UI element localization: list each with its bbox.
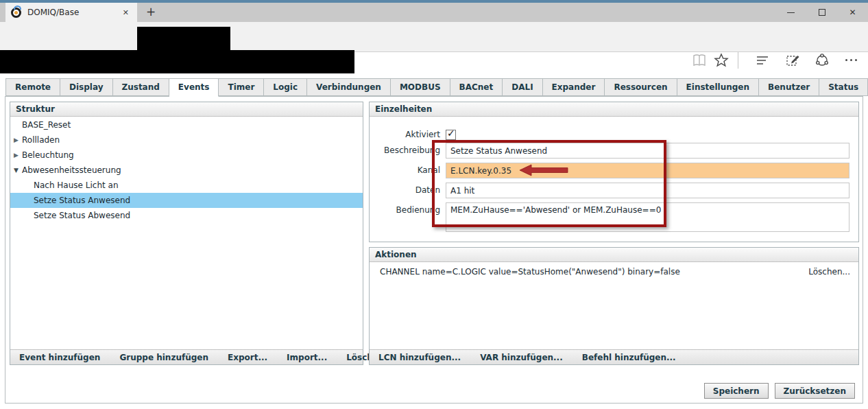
save-button-row: Speichern Zurücksetzen [704, 383, 855, 399]
maximize-icon [819, 9, 825, 16]
share-icon[interactable] [814, 52, 830, 69]
var-hinzufuegen-button[interactable]: VAR hinzufügen... [480, 353, 563, 362]
struktur-panel-title: Struktur [10, 102, 363, 117]
export-button[interactable]: Export... [228, 353, 267, 362]
browser-tab-title: DOMIQ/Base [27, 8, 120, 17]
web-note-icon[interactable] [785, 52, 801, 69]
events-page: Struktur BASE_Reset ▶Rollladen ▶Beleucht… [5, 96, 863, 404]
beschreibung-input[interactable] [446, 143, 849, 159]
tab-zustand[interactable]: Zustand [113, 78, 169, 96]
tree-item-setze-status-anwesend[interactable]: Setze Status Anwesend [10, 193, 363, 208]
bedienung-textarea[interactable]: MEM.ZuHause=='Abwesend' or MEM.ZuHause==… [446, 202, 849, 232]
aktiviert-label: Aktiviert [370, 127, 440, 142]
browser-tab[interactable]: DOMIQ/Base ✕ [5, 3, 137, 22]
tab-close-icon[interactable]: ✕ [120, 7, 132, 19]
kanal-input[interactable] [446, 163, 849, 178]
tab-verbindungen[interactable]: Verbindungen [307, 78, 391, 96]
maximize-button[interactable] [806, 3, 837, 22]
collapsed-arrow-icon[interactable]: ▶ [14, 148, 21, 163]
aktion-loeschen-button[interactable]: Löschen... [808, 267, 850, 277]
aktionen-panel: Aktionen CHANNEL name=C.LOGIC value=Stat… [369, 247, 859, 365]
favorites-star-icon[interactable] [713, 52, 730, 69]
struktur-toolbar: Event hinzufügen Gruppe hinzufügen Expor… [10, 349, 363, 364]
tab-display[interactable]: Display [60, 78, 112, 96]
tree-item-setze-status-abwesend[interactable]: Setze Status Abwesend [10, 208, 363, 223]
tree-item-beleuchtung[interactable]: ▶Beleuchtung [10, 148, 363, 163]
tab-remote[interactable]: Remote [5, 78, 60, 96]
event-hinzufuegen-button[interactable]: Event hinzufügen [19, 353, 100, 362]
struktur-panel: Struktur BASE_Reset ▶Rollladen ▶Beleucht… [10, 102, 363, 365]
tab-einstellungen[interactable]: Einstellungen [677, 78, 759, 96]
gruppe-hinzufuegen-button[interactable]: Gruppe hinzufügen [119, 353, 208, 362]
bedienung-label: Bedienung [370, 202, 440, 218]
expanded-arrow-icon[interactable]: ▼ [14, 163, 21, 178]
speichern-button[interactable]: Speichern [704, 383, 769, 399]
import-button[interactable]: Import... [287, 353, 327, 362]
check-icon: ✓ [447, 128, 455, 139]
lcn-hinzufuegen-button[interactable]: LCN hinzufügen... [378, 353, 461, 362]
more-actions-icon[interactable] [845, 59, 857, 61]
tab-ressourcen[interactable]: Ressourcen [605, 78, 677, 96]
tab-bacnet[interactable]: BACnet [450, 78, 503, 96]
event-tree: BASE_Reset ▶Rollladen ▶Beleuchtung ▼Abwe… [10, 117, 363, 223]
collapsed-arrow-icon[interactable]: ▶ [14, 132, 21, 148]
browser-tab-bar: DOMIQ/Base ✕ + ✕ [0, 3, 868, 22]
tab-expander[interactable]: Expander [543, 78, 605, 96]
daten-input[interactable] [446, 183, 849, 198]
app-tab-strip: Remote Display Zustand Events Timer Logi… [5, 78, 868, 97]
tab-modbus[interactable]: MODBUS [391, 78, 450, 96]
daten-label: Daten [370, 183, 440, 198]
tab-status[interactable]: Status [819, 78, 868, 96]
new-tab-button[interactable]: + [140, 3, 162, 22]
toolbar-divider [738, 52, 738, 69]
tab-events[interactable]: Events [169, 78, 219, 97]
kanal-label: Kanal [370, 163, 440, 178]
browser-toolbar [0, 22, 868, 52]
tree-item-rollladen[interactable]: ▶Rollladen [10, 132, 363, 148]
redaction-box [0, 50, 354, 73]
aktionen-toolbar: LCN hinzufügen... VAR hinzufügen... Befe… [370, 349, 858, 364]
tree-item-abwesenheitssteuerung[interactable]: ▼Abwesenheitssteuerung [10, 163, 363, 178]
aktion-text: CHANNEL name=C.LOGIC value=StatusHome("A… [380, 267, 680, 277]
tab-logic[interactable]: Logic [264, 78, 307, 96]
tree-item-base-reset[interactable]: BASE_Reset [10, 117, 363, 132]
hub-icon[interactable] [754, 52, 771, 69]
einzelheiten-panel-title: Einzelheiten [370, 102, 858, 117]
befehl-hinzufuegen-button[interactable]: Befehl hinzufügen... [582, 353, 676, 362]
minimize-icon [787, 12, 795, 13]
einzelheiten-panel: Einzelheiten Aktiviert ✓ Beschreibung Ka… [369, 102, 859, 242]
tree-item-nach-hause-licht-an[interactable]: Nach Hause Licht an [10, 178, 363, 193]
window-close-button[interactable]: ✕ [837, 3, 868, 22]
reading-view-icon[interactable] [691, 52, 708, 69]
aktionen-panel-title: Aktionen [370, 248, 858, 262]
aktion-row[interactable]: CHANNEL name=C.LOGIC value=StatusHome("A… [370, 267, 858, 277]
beschreibung-label: Beschreibung [370, 143, 440, 158]
tab-benutzer[interactable]: Benutzer [759, 78, 819, 96]
minimize-button[interactable] [775, 3, 806, 22]
tab-timer[interactable]: Timer [219, 78, 264, 96]
zuruecksetzen-button[interactable]: Zurücksetzen [775, 383, 855, 399]
tab-dali[interactable]: DALI [503, 78, 542, 96]
site-favicon [11, 8, 21, 18]
redaction-box [137, 27, 230, 51]
aktiviert-checkbox[interactable]: ✓ [446, 130, 456, 140]
